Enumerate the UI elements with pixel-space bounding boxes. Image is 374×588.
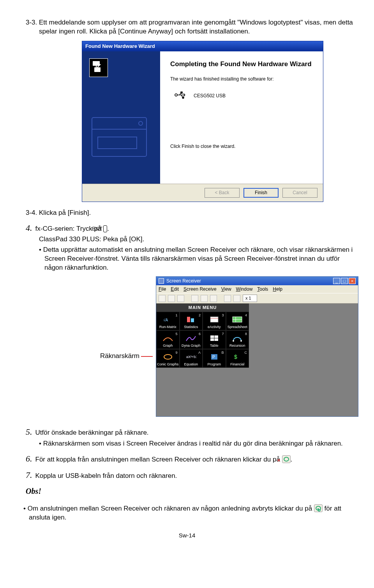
menu-window[interactable]: Window: [236, 286, 253, 292]
exit-key-label: EXIT: [103, 225, 107, 232]
usb-icon: [174, 91, 187, 100]
menu-help[interactable]: Help: [273, 286, 282, 292]
svg-text:√A: √A: [163, 318, 168, 322]
wizard-sidebar-image: [82, 51, 160, 184]
svg-text:aX²+bX: aX²+bX: [186, 355, 196, 359]
step-6: 6.För att koppla från anslutningen mella…: [16, 453, 358, 465]
menu-file[interactable]: File: [159, 286, 166, 292]
menu-edit[interactable]: Edit: [171, 286, 179, 292]
svg-point-24: [233, 340, 234, 342]
svg-point-12: [182, 97, 184, 98]
svg-text:$: $: [234, 354, 237, 360]
step-7: 7.Koppla ur USB-kabeln från datorn och r…: [16, 469, 358, 481]
wizard-heading: Completing the Found New Hardware Wizard: [170, 60, 314, 69]
minimize-button[interactable]: _: [333, 278, 340, 284]
step-3-3: 3-3. Ett meddelande som upplyser om att …: [16, 18, 358, 36]
reconnect-icon[interactable]: [314, 504, 323, 512]
callout-line: [141, 356, 153, 357]
calc-app-statistics[interactable]: 2Statistics: [180, 312, 203, 330]
step-3-4: 3-4. Klicka på [Finish].: [16, 209, 358, 218]
svg-rect-10: [181, 92, 182, 93]
maximize-button[interactable]: □: [341, 278, 348, 284]
toolbar-icon[interactable]: [201, 295, 208, 302]
disconnect-icon[interactable]: [282, 455, 291, 463]
svg-point-7: [175, 94, 177, 96]
bullet-5: Räknarskärmen som visas i Screen Receive…: [39, 439, 358, 448]
screen-receiver-window: Screen Receiver _□× File Edit Screen Rec…: [156, 276, 358, 417]
toolbar-icon[interactable]: [168, 295, 175, 302]
close-button[interactable]: ×: [349, 278, 356, 284]
page-number: Sw-14: [16, 532, 358, 539]
calc-app-run-matrix[interactable]: 1√ARun-Matrix: [156, 312, 180, 330]
calculator-screen-label: Räknarskärm: [100, 352, 139, 360]
note-bullet: Om anslutningen mellan Screen Receiver o…: [23, 504, 358, 522]
finish-button[interactable]: Finish: [243, 188, 279, 197]
wizard-screenshot: Found New Hardware Wizard: [82, 41, 323, 202]
svg-rect-16: [210, 317, 218, 322]
wizard-finish-text: Click Finish to close the wizard.: [170, 143, 314, 149]
menu-view[interactable]: View: [221, 286, 231, 292]
calc-app-dyna-graph[interactable]: 6Dyna Graph: [180, 330, 203, 349]
menu-screen-receive[interactable]: Screen Receive: [183, 286, 217, 292]
svg-rect-6: [94, 67, 101, 72]
zoom-select[interactable]: x 1: [243, 295, 257, 302]
cancel-button[interactable]: Cancel: [282, 188, 318, 197]
calc-app-program[interactable]: BPProgram: [203, 349, 226, 368]
wizard-titlebar: Found New Hardware Wizard: [82, 41, 323, 51]
window-title: Screen Receiver: [166, 278, 201, 284]
calc-app-spreadsheet[interactable]: 4Spreadsheet: [226, 312, 249, 330]
step-4: 4.fx-CG-serien: Tryck på EXIT.: [16, 222, 358, 234]
menu-bar[interactable]: File Edit Screen Receive View Window Too…: [156, 285, 358, 293]
toolbar-icon[interactable]: [210, 295, 217, 302]
zoom-in-icon[interactable]: [233, 295, 240, 302]
svg-point-25: [240, 340, 242, 342]
back-button[interactable]: < Back: [205, 188, 240, 197]
calc-app-financial[interactable]: C$Financial: [226, 349, 249, 368]
calc-app-conic-graphs[interactable]: 9Conic Graphs: [156, 349, 180, 368]
toolbar-icon[interactable]: [159, 295, 166, 302]
svg-rect-5: [93, 61, 100, 66]
calc-app-table[interactable]: 7Table: [203, 330, 226, 349]
app-icon: [159, 278, 164, 284]
calc-main-menu: MAIN MENU: [156, 304, 249, 312]
step-5: 5.Utför önskade beräkningar på räknare.: [16, 426, 358, 438]
calc-app-graph[interactable]: 5Graph: [156, 330, 180, 349]
wizard-device-name: CESG502 USB: [194, 93, 226, 99]
calc-app-eactivity[interactable]: 3eActivity: [203, 312, 226, 330]
svg-rect-14: [187, 317, 190, 322]
step-4b: ClassPad 330 PLUS: Peka på [OK].: [39, 235, 358, 244]
calc-app-recursion[interactable]: 8Recursion: [226, 330, 249, 349]
bullet-4: Detta upprättar automatiskt en anslutnin…: [39, 246, 358, 272]
svg-text:P: P: [212, 355, 215, 359]
toolbar-icon[interactable]: [191, 295, 198, 302]
calculator-screen: MAIN MENU 1√ARun-Matrix2Statistics3eActi…: [156, 304, 249, 368]
menu-tools[interactable]: Tools: [257, 286, 268, 292]
toolbar-icon[interactable]: [177, 295, 184, 302]
device-icon: [89, 58, 108, 77]
note-heading: Obs!: [26, 486, 358, 497]
zoom-out-icon[interactable]: [224, 295, 231, 302]
toolbar: x 1: [156, 293, 358, 304]
calc-app-equation[interactable]: AaX²+bXEquation: [180, 349, 203, 368]
wizard-text: The wizard has finished installing the s…: [170, 76, 314, 82]
svg-rect-15: [191, 318, 194, 322]
svg-point-26: [164, 355, 172, 359]
